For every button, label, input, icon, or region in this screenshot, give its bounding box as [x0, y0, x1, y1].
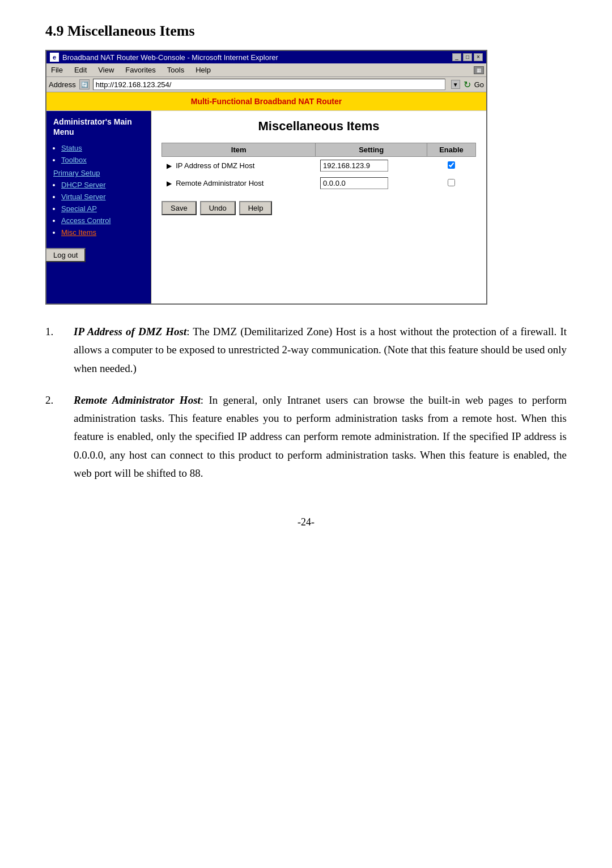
- list-number-1: 1.: [45, 323, 62, 378]
- page-title: Miscellaneous Items: [162, 119, 476, 134]
- list-item: 1. IP Address of DMZ Host: The DMZ (Demi…: [45, 323, 567, 378]
- arrow-icon-2: ▶: [167, 179, 172, 187]
- sidebar-link-dhcp[interactable]: DHCP Server: [61, 181, 106, 189]
- table-row: ▶ IP Address of DMZ Host: [162, 157, 476, 175]
- menu-file[interactable]: File: [49, 65, 65, 75]
- menu-help[interactable]: Help: [193, 65, 213, 75]
- col-enable: Enable: [427, 143, 475, 157]
- doc-desc-2: : In general, only Intranet users can br…: [74, 394, 567, 479]
- menu-favorites[interactable]: Favorites: [123, 65, 158, 75]
- items-table: Item Setting Enable ▶ IP Address of DMZ …: [162, 143, 476, 192]
- sidebar-link-special-ap[interactable]: Special AP: [61, 204, 97, 213]
- address-label: Address: [49, 80, 76, 89]
- page-number: -24-: [298, 516, 314, 528]
- browser-icon: e: [50, 53, 59, 62]
- doc-term-1: IP Address of DMZ Host: [74, 326, 186, 337]
- close-button[interactable]: ×: [474, 53, 483, 61]
- sidebar-item-toolbox[interactable]: Toolbox: [61, 156, 144, 164]
- toolbar-icon: ▦: [474, 66, 484, 74]
- menu-view[interactable]: View: [96, 65, 116, 75]
- sidebar-link-primary-setup[interactable]: Primary Setup: [53, 169, 100, 177]
- row1-setting[interactable]: [316, 157, 427, 175]
- sidebar-item-access-control[interactable]: Access Control: [61, 216, 144, 225]
- sidebar-link-virtual-server[interactable]: Virtual Server: [61, 193, 106, 201]
- menu-tools[interactable]: Tools: [165, 65, 186, 75]
- logout-item[interactable]: Log out: [45, 243, 144, 262]
- sidebar-link-misc-items[interactable]: Misc Items: [61, 228, 96, 237]
- row1-enable[interactable]: [427, 157, 475, 175]
- browser-title: Broadband NAT Router Web-Console - Micro…: [62, 53, 278, 62]
- address-icon: 🔄: [79, 79, 90, 89]
- sidebar-item-primary-setup[interactable]: Primary Setup: [53, 169, 144, 177]
- address-input[interactable]: http://192.168.123.254/: [93, 79, 445, 90]
- sidebar-link-toolbox[interactable]: Toolbox: [61, 156, 87, 164]
- sidebar-item-special-ap[interactable]: Special AP: [61, 204, 144, 213]
- col-setting: Setting: [316, 143, 427, 157]
- sidebar-title: Administrator's Main Menu: [53, 117, 144, 137]
- list-item: 2. Remote Administrator Host: In general…: [45, 391, 567, 482]
- row2-setting-input[interactable]: [320, 177, 388, 189]
- row1-enable-checkbox[interactable]: [448, 161, 455, 169]
- section-heading: 4.9 Miscellaneous Items: [45, 23, 567, 40]
- sidebar-link-status[interactable]: Status: [61, 144, 82, 152]
- row1-item-label: IP Address of DMZ Host: [176, 161, 254, 170]
- save-button[interactable]: Save: [162, 201, 197, 215]
- row1-setting-input[interactable]: [320, 160, 388, 172]
- browser-addressbar: Address 🔄 http://192.168.123.254/ ▼ ↻ Go: [46, 77, 486, 92]
- arrow-icon-1: ▶: [167, 162, 172, 170]
- undo-button[interactable]: Undo: [200, 201, 236, 215]
- menu-edit[interactable]: Edit: [72, 65, 89, 75]
- list-number-2: 2.: [45, 391, 62, 482]
- restore-button[interactable]: □: [463, 53, 472, 61]
- titlebar-left: e Broadband NAT Router Web-Console - Mic…: [50, 53, 278, 62]
- router-header: Multi-Functional Broadband NAT Router: [46, 92, 486, 111]
- sidebar-item-misc-items[interactable]: Misc Items: [61, 228, 144, 237]
- doc-list: 1. IP Address of DMZ Host: The DMZ (Demi…: [45, 323, 567, 482]
- minimize-button[interactable]: _: [452, 53, 461, 61]
- go-arrow-icon: ↻: [464, 79, 471, 90]
- router-body: Administrator's Main Menu Status Toolbox…: [46, 111, 486, 303]
- row2-setting[interactable]: [316, 174, 427, 192]
- list-text-2: Remote Administrator Host: In general, o…: [74, 391, 567, 482]
- doc-term-2: Remote Administrator Host: [74, 394, 201, 406]
- table-row: ▶ Remote Administrator Host: [162, 174, 476, 192]
- browser-window: e Broadband NAT Router Web-Console - Mic…: [45, 50, 487, 305]
- sidebar-item-dhcp[interactable]: DHCP Server: [61, 181, 144, 189]
- address-dropdown-icon[interactable]: ▼: [451, 80, 460, 89]
- main-content: Miscellaneous Items Item Setting Enable …: [151, 111, 486, 303]
- browser-menubar: File Edit View Favorites Tools Help ▦: [46, 63, 486, 77]
- sidebar-item-status[interactable]: Status: [61, 144, 144, 152]
- help-button[interactable]: Help: [239, 201, 273, 215]
- row2-item-label: Remote Administrator Host: [176, 179, 264, 187]
- row2-enable-checkbox[interactable]: [448, 179, 455, 186]
- row2-enable[interactable]: [427, 174, 475, 192]
- sidebar-link-access-control[interactable]: Access Control: [61, 216, 110, 225]
- list-text-1: IP Address of DMZ Host: The DMZ (Demilit…: [74, 323, 567, 378]
- action-buttons: Save Undo Help: [162, 201, 476, 215]
- logout-button[interactable]: Log out: [45, 248, 86, 262]
- sidebar: Administrator's Main Menu Status Toolbox…: [46, 111, 151, 303]
- row1-item: ▶ IP Address of DMZ Host: [162, 157, 316, 175]
- col-item: Item: [162, 143, 316, 157]
- row2-item: ▶ Remote Administrator Host: [162, 174, 316, 192]
- sidebar-item-virtual-server[interactable]: Virtual Server: [61, 193, 144, 201]
- go-button[interactable]: Go: [474, 80, 484, 89]
- browser-titlebar: e Broadband NAT Router Web-Console - Mic…: [46, 51, 486, 63]
- page-footer: -24-: [45, 516, 567, 528]
- titlebar-controls[interactable]: _ □ ×: [452, 53, 483, 61]
- sidebar-nav: Status Toolbox Primary Setup DHCP Server…: [53, 144, 144, 237]
- browser-content: Multi-Functional Broadband NAT Router Ad…: [46, 92, 486, 303]
